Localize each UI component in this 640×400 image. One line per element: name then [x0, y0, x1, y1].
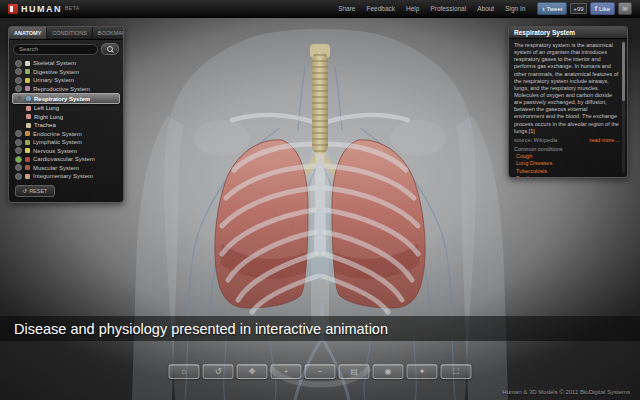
- system-label: Nervous System: [33, 148, 77, 154]
- sidebar-item-cardiovascular-system[interactable]: Cardiovascular System: [12, 155, 120, 164]
- fullscreen-icon[interactable]: ⛶: [441, 364, 472, 379]
- home-view-icon[interactable]: ⌂: [169, 364, 200, 379]
- tab-conditions[interactable]: CONDITIONS: [47, 27, 93, 39]
- system-color-swatch: [25, 148, 30, 153]
- app-logo[interactable]: HUMAN BETA: [8, 4, 80, 14]
- condition-link-emphysema[interactable]: Emphysema: [516, 175, 619, 178]
- snapshot-icon[interactable]: ◉: [373, 364, 404, 379]
- info-panel-scrollbar[interactable]: [622, 41, 625, 173]
- reset-label: RESET: [29, 188, 47, 194]
- sidebar-item-reproductive-system[interactable]: Reproductive System: [12, 85, 120, 94]
- visibility-icon[interactable]: [16, 95, 23, 102]
- system-label: Skeletal System: [33, 60, 76, 66]
- tweet-button[interactable]: t Tweet: [537, 2, 567, 15]
- layers-icon[interactable]: ▤: [339, 364, 370, 379]
- reset-button[interactable]: ↺ RESET: [15, 185, 55, 197]
- visibility-icon[interactable]: [15, 77, 22, 84]
- sidebar-item-nervous-system[interactable]: Nervous System: [12, 147, 120, 156]
- sidebar-item-digestive-system[interactable]: Digestive System: [12, 68, 120, 77]
- system-label: Respiratory System: [34, 96, 90, 102]
- system-color-swatch: [26, 96, 31, 101]
- sidebar-item-right-lung[interactable]: Right Lung: [12, 113, 120, 122]
- read-more-link[interactable]: read more...: [589, 137, 619, 143]
- condition-link-cough[interactable]: Cough: [516, 153, 619, 160]
- sidebar-item-trachea[interactable]: Trachea: [12, 121, 120, 130]
- view-toolbar: ⌂ ↺ ✥ + − ▤ ◉ ✦ ⛶: [169, 364, 472, 379]
- scrollbar-thumb[interactable]: [622, 42, 625, 101]
- system-label: Integumentary System: [33, 173, 93, 179]
- sidebar-item-skeletal-system[interactable]: Skeletal System: [12, 59, 120, 68]
- sidebar-item-muscular-system[interactable]: Muscular System: [12, 164, 120, 173]
- sidebar-item-urinary-system[interactable]: Urinary System: [12, 76, 120, 85]
- organ-label: Trachea: [34, 122, 56, 128]
- visibility-icon[interactable]: [15, 60, 22, 67]
- visibility-icon[interactable]: [15, 130, 22, 137]
- app-title: HUMAN: [21, 4, 62, 14]
- organ-label: Left Lung: [34, 105, 59, 111]
- visibility-icon[interactable]: [15, 173, 22, 180]
- tweet-count-badge[interactable]: +99: [570, 3, 586, 14]
- search-input[interactable]: [13, 44, 98, 55]
- info-panel-title: Respiratory System: [509, 27, 627, 39]
- sidebar-tabs: ANATOMY CONDITIONS BOOKMARKS: [9, 27, 123, 40]
- condition-link-tuberculosis[interactable]: Tuberculosis: [516, 168, 619, 175]
- system-label: Endocrine System: [33, 131, 82, 137]
- zoom-in-icon[interactable]: +: [271, 364, 302, 379]
- email-share-button[interactable]: ✉: [618, 2, 632, 15]
- visibility-icon[interactable]: [15, 156, 22, 163]
- system-color-swatch: [25, 165, 30, 170]
- visibility-icon[interactable]: [15, 164, 22, 171]
- system-label: Lymphatic System: [33, 139, 82, 145]
- tab-anatomy[interactable]: ANATOMY: [9, 27, 47, 39]
- copyright-credit: Human & 3D Models © 2011 BioDigital Syst…: [502, 389, 630, 395]
- conditions-title: Common conditions: [509, 144, 627, 153]
- sidebar-item-respiratory-system[interactable]: Respiratory System: [12, 93, 120, 104]
- system-label: Reproductive System: [33, 86, 90, 92]
- system-color-swatch: [25, 86, 30, 91]
- condition-link-lung-diseases[interactable]: Lung Diseases: [516, 160, 619, 167]
- visibility-icon[interactable]: [15, 68, 22, 75]
- visibility-icon[interactable]: [15, 85, 22, 92]
- menu-item-help[interactable]: Help: [406, 5, 419, 12]
- sidebar-item-integumentary-system[interactable]: Integumentary System: [12, 172, 120, 181]
- settings-icon[interactable]: ✦: [407, 364, 438, 379]
- anatomy-sidebar: ANATOMY CONDITIONS BOOKMARKS Skeletal Sy…: [8, 26, 124, 203]
- search-icon: [107, 46, 113, 52]
- twitter-icon: t: [542, 6, 544, 12]
- mail-icon: ✉: [622, 5, 627, 12]
- visibility-icon[interactable]: [15, 147, 22, 154]
- reset-icon: ↺: [23, 188, 28, 194]
- facebook-like-button[interactable]: f Like: [590, 2, 615, 15]
- menu-item-professional[interactable]: Professional: [430, 5, 466, 12]
- info-panel-body: The respiratory system is the anatomical…: [509, 39, 627, 136]
- visibility-icon[interactable]: [15, 139, 22, 146]
- tweet-button-label: Tweet: [546, 6, 562, 12]
- system-label: Digestive System: [33, 69, 79, 75]
- menu-item-sign-in[interactable]: Sign In: [505, 5, 525, 12]
- facebook-icon: f: [595, 5, 597, 12]
- organ-label: Right Lung: [34, 114, 63, 120]
- menu-item-about[interactable]: About: [477, 5, 494, 12]
- anatomy-3d-viewport[interactable]: [130, 8, 510, 400]
- sidebar-item-lymphatic-system[interactable]: Lymphatic System: [12, 138, 120, 147]
- system-label: Cardiovascular System: [33, 156, 95, 162]
- rotate-icon[interactable]: ↺: [203, 364, 234, 379]
- tab-bookmarks[interactable]: BOOKMARKS: [93, 27, 123, 39]
- sidebar-item-left-lung[interactable]: Left Lung: [12, 104, 120, 113]
- conditions-list: Cough Lung Diseases Tuberculosis Emphyse…: [509, 153, 627, 178]
- sidebar-item-endocrine-system[interactable]: Endocrine System: [12, 130, 120, 139]
- system-color-swatch: [25, 174, 30, 179]
- search-row: [9, 40, 123, 58]
- menu-item-feedback[interactable]: Feedback: [366, 5, 395, 12]
- search-button[interactable]: [101, 43, 119, 55]
- pan-icon[interactable]: ✥: [237, 364, 268, 379]
- organ-color-swatch: [26, 106, 31, 111]
- info-panel: Respiratory System The respiratory syste…: [508, 26, 628, 178]
- system-color-swatch: [25, 78, 30, 83]
- system-label: Urinary System: [33, 77, 74, 83]
- system-color-swatch: [25, 131, 30, 136]
- system-color-swatch: [25, 140, 30, 145]
- menu-item-share[interactable]: Share: [338, 5, 355, 12]
- zoom-out-icon[interactable]: −: [305, 364, 336, 379]
- beta-label: BETA: [65, 5, 80, 11]
